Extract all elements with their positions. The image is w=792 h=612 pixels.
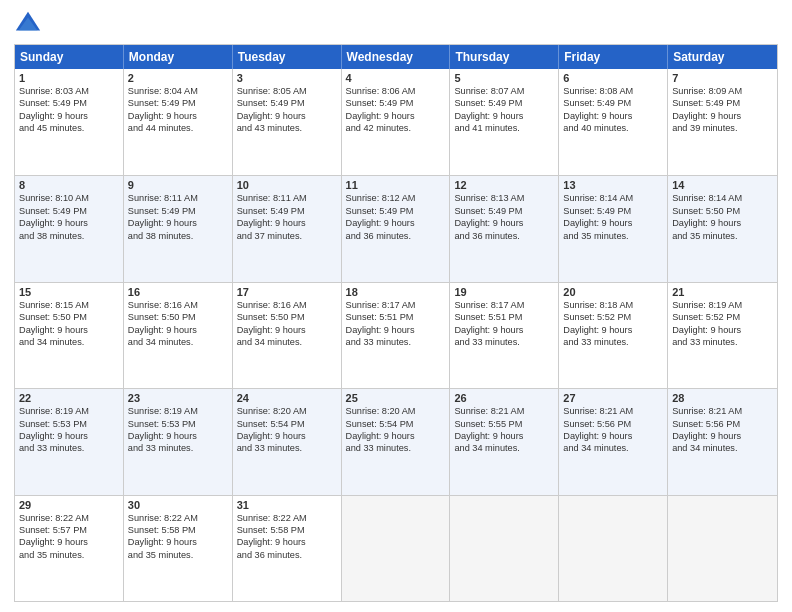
empty-cell (668, 496, 777, 601)
header-day-tuesday: Tuesday (233, 45, 342, 69)
cell-info-line: Sunset: 5:50 PM (237, 311, 337, 323)
page-header (14, 10, 778, 38)
day-number: 29 (19, 499, 119, 511)
cell-info-line: Sunrise: 8:16 AM (237, 299, 337, 311)
day-number: 22 (19, 392, 119, 404)
cell-info-line: Sunrise: 8:04 AM (128, 85, 228, 97)
day-cell-16: 16Sunrise: 8:16 AMSunset: 5:50 PMDayligh… (124, 283, 233, 388)
cell-info-line: Daylight: 9 hours (454, 217, 554, 229)
day-number: 1 (19, 72, 119, 84)
day-number: 9 (128, 179, 228, 191)
cell-info-line: Sunset: 5:51 PM (454, 311, 554, 323)
cell-info-line: Sunrise: 8:03 AM (19, 85, 119, 97)
cell-info-line: Sunset: 5:49 PM (454, 97, 554, 109)
day-cell-3: 3Sunrise: 8:05 AMSunset: 5:49 PMDaylight… (233, 69, 342, 175)
day-number: 6 (563, 72, 663, 84)
cell-info-line: and 34 minutes. (563, 442, 663, 454)
cell-info-line: and 35 minutes. (128, 549, 228, 561)
day-cell-17: 17Sunrise: 8:16 AMSunset: 5:50 PMDayligh… (233, 283, 342, 388)
cell-info-line: Daylight: 9 hours (128, 217, 228, 229)
cell-info-line: Sunset: 5:49 PM (346, 205, 446, 217)
day-number: 23 (128, 392, 228, 404)
week-row-5: 29Sunrise: 8:22 AMSunset: 5:57 PMDayligh… (15, 495, 777, 601)
cell-info-line: Daylight: 9 hours (672, 217, 773, 229)
day-cell-6: 6Sunrise: 8:08 AMSunset: 5:49 PMDaylight… (559, 69, 668, 175)
cell-info-line: Daylight: 9 hours (563, 430, 663, 442)
cell-info-line: Sunset: 5:57 PM (19, 524, 119, 536)
header-day-sunday: Sunday (15, 45, 124, 69)
day-number: 27 (563, 392, 663, 404)
cell-info-line: Sunrise: 8:05 AM (237, 85, 337, 97)
cell-info-line: Daylight: 9 hours (454, 430, 554, 442)
day-cell-23: 23Sunrise: 8:19 AMSunset: 5:53 PMDayligh… (124, 389, 233, 494)
day-cell-28: 28Sunrise: 8:21 AMSunset: 5:56 PMDayligh… (668, 389, 777, 494)
cell-info-line: and 35 minutes. (563, 230, 663, 242)
week-row-2: 8Sunrise: 8:10 AMSunset: 5:49 PMDaylight… (15, 175, 777, 281)
day-cell-4: 4Sunrise: 8:06 AMSunset: 5:49 PMDaylight… (342, 69, 451, 175)
day-number: 15 (19, 286, 119, 298)
day-cell-1: 1Sunrise: 8:03 AMSunset: 5:49 PMDaylight… (15, 69, 124, 175)
cell-info-line: Sunrise: 8:20 AM (346, 405, 446, 417)
cell-info-line: and 44 minutes. (128, 122, 228, 134)
cell-info-line: Sunset: 5:49 PM (19, 205, 119, 217)
cell-info-line: Sunset: 5:56 PM (672, 418, 773, 430)
cell-info-line: Sunrise: 8:17 AM (454, 299, 554, 311)
cell-info-line: Sunset: 5:52 PM (672, 311, 773, 323)
cell-info-line: Sunset: 5:50 PM (128, 311, 228, 323)
day-number: 2 (128, 72, 228, 84)
cell-info-line: Daylight: 9 hours (346, 110, 446, 122)
cell-info-line: and 36 minutes. (346, 230, 446, 242)
day-number: 20 (563, 286, 663, 298)
cell-info-line: Daylight: 9 hours (346, 324, 446, 336)
cell-info-line: Sunset: 5:54 PM (346, 418, 446, 430)
cell-info-line: Sunset: 5:50 PM (19, 311, 119, 323)
cell-info-line: Daylight: 9 hours (19, 324, 119, 336)
cell-info-line: Sunset: 5:49 PM (672, 97, 773, 109)
page-container: SundayMondayTuesdayWednesdayThursdayFrid… (0, 0, 792, 612)
cell-info-line: Sunset: 5:53 PM (19, 418, 119, 430)
calendar-header: SundayMondayTuesdayWednesdayThursdayFrid… (15, 45, 777, 69)
cell-info-line: Sunrise: 8:22 AM (237, 512, 337, 524)
day-cell-22: 22Sunrise: 8:19 AMSunset: 5:53 PMDayligh… (15, 389, 124, 494)
cell-info-line: Sunset: 5:49 PM (237, 97, 337, 109)
cell-info-line: Sunrise: 8:22 AM (128, 512, 228, 524)
header-day-monday: Monday (124, 45, 233, 69)
day-cell-18: 18Sunrise: 8:17 AMSunset: 5:51 PMDayligh… (342, 283, 451, 388)
cell-info-line: Sunrise: 8:13 AM (454, 192, 554, 204)
cell-info-line: Sunrise: 8:09 AM (672, 85, 773, 97)
cell-info-line: Sunset: 5:49 PM (128, 97, 228, 109)
cell-info-line: and 42 minutes. (346, 122, 446, 134)
day-number: 14 (672, 179, 773, 191)
cell-info-line: and 35 minutes. (672, 230, 773, 242)
logo (14, 10, 46, 38)
cell-info-line: Sunrise: 8:21 AM (454, 405, 554, 417)
day-cell-15: 15Sunrise: 8:15 AMSunset: 5:50 PMDayligh… (15, 283, 124, 388)
cell-info-line: and 35 minutes. (19, 549, 119, 561)
cell-info-line: and 33 minutes. (672, 336, 773, 348)
day-number: 16 (128, 286, 228, 298)
day-number: 31 (237, 499, 337, 511)
day-cell-14: 14Sunrise: 8:14 AMSunset: 5:50 PMDayligh… (668, 176, 777, 281)
cell-info-line: and 45 minutes. (19, 122, 119, 134)
day-number: 28 (672, 392, 773, 404)
cell-info-line: Daylight: 9 hours (19, 430, 119, 442)
cell-info-line: Daylight: 9 hours (237, 110, 337, 122)
cell-info-line: Daylight: 9 hours (454, 110, 554, 122)
week-row-3: 15Sunrise: 8:15 AMSunset: 5:50 PMDayligh… (15, 282, 777, 388)
cell-info-line: Sunrise: 8:21 AM (672, 405, 773, 417)
cell-info-line: and 33 minutes. (128, 442, 228, 454)
day-cell-25: 25Sunrise: 8:20 AMSunset: 5:54 PMDayligh… (342, 389, 451, 494)
cell-info-line: and 33 minutes. (346, 442, 446, 454)
day-number: 26 (454, 392, 554, 404)
day-number: 5 (454, 72, 554, 84)
cell-info-line: Daylight: 9 hours (19, 110, 119, 122)
cell-info-line: Sunset: 5:51 PM (346, 311, 446, 323)
day-cell-20: 20Sunrise: 8:18 AMSunset: 5:52 PMDayligh… (559, 283, 668, 388)
cell-info-line: Sunset: 5:54 PM (237, 418, 337, 430)
cell-info-line: Sunrise: 8:08 AM (563, 85, 663, 97)
cell-info-line: and 36 minutes. (454, 230, 554, 242)
calendar: SundayMondayTuesdayWednesdayThursdayFrid… (14, 44, 778, 602)
cell-info-line: Sunrise: 8:20 AM (237, 405, 337, 417)
day-number: 24 (237, 392, 337, 404)
cell-info-line: Sunset: 5:49 PM (237, 205, 337, 217)
